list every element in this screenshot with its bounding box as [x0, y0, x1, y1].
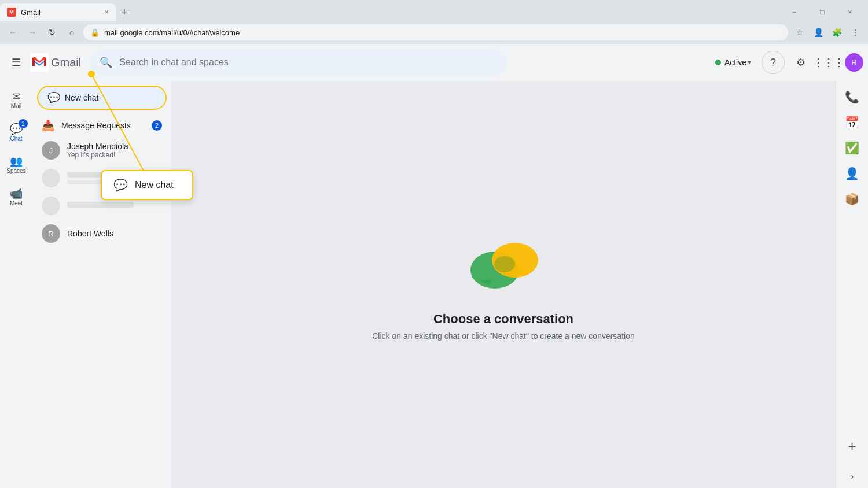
hamburger-menu[interactable]: ☰ — [5, 51, 28, 74]
tooltip-chat-icon: 💬 — [113, 178, 128, 192]
message-requests-item[interactable]: 📥 Message Requests 2 — [32, 114, 171, 136]
tab-bar: M Gmail × + − □ × — [0, 0, 868, 21]
app-header: ☰ Gmail 🔍 Active ▾ ? ⚙ — [0, 44, 868, 81]
minimize-btn[interactable]: − — [781, 3, 808, 21]
new-chat-sidebar-icon: 💬 — [47, 91, 60, 104]
chat-illustration — [463, 228, 544, 298]
contact-avatar-robert: R — [42, 224, 60, 243]
home-btn[interactable]: ⌂ — [64, 24, 80, 40]
apps-btn[interactable]: ⋮⋮⋮ — [817, 51, 840, 74]
mail-icon: ✉ — [12, 90, 21, 103]
contact-info-robert: Robert Wells — [67, 229, 162, 238]
search-icon: 🔍 — [100, 56, 112, 69]
right-sidebar-phone-btn[interactable]: 📞 — [841, 86, 864, 109]
url-text: mail.google.com/mail/u/0/#chat/welcome — [104, 28, 240, 37]
extension-btn[interactable]: 🧩 — [829, 24, 845, 40]
new-tab-btn[interactable]: + — [116, 3, 133, 21]
bookmark-btn[interactable]: ☆ — [792, 24, 808, 40]
empty-state-subtitle: Click on an existing chat or click "New … — [372, 331, 634, 341]
right-sidebar-calendar-btn[interactable]: 📅 — [841, 111, 864, 134]
gmail-logo: Gmail — [30, 53, 81, 72]
nav-item-mail[interactable]: ✉ Mail — [0, 83, 32, 116]
spaces-icon: 👥 — [10, 155, 23, 168]
message-requests-badge: 2 — [152, 120, 162, 131]
reload-btn[interactable]: ↻ — [44, 24, 60, 40]
right-sidebar-contacts-btn[interactable]: 👤 — [841, 162, 864, 185]
new-chat-sidebar-label: New chat — [65, 93, 98, 102]
active-dot — [715, 60, 721, 65]
lock-icon: 🔒 — [90, 28, 100, 37]
contact-name-joseph: Joseph Mendiola — [67, 142, 162, 151]
settings-btn[interactable]: ⚙ — [789, 51, 812, 74]
avatar[interactable]: R — [845, 53, 863, 72]
gmail-logo-text: Gmail — [51, 56, 81, 69]
contact-info-joseph: Joseph Mendiola Yep it's packed! — [67, 142, 162, 159]
right-sidebar-drive-btn[interactable]: 📦 — [841, 187, 864, 210]
close-btn[interactable]: × — [837, 3, 863, 21]
url-bar[interactable]: 🔒 mail.google.com/mail/u/0/#chat/welcome — [83, 24, 788, 40]
right-sidebar-add-btn[interactable]: + — [841, 435, 864, 458]
right-sidebar: 📞 📅 ✅ 👤 📦 + › — [836, 81, 868, 488]
address-bar: ← → ↻ ⌂ 🔒 mail.google.com/mail/u/0/#chat… — [0, 21, 868, 44]
left-nav: ✉ Mail 💬 Chat 2 👥 Spaces 📹 Meet — [0, 81, 32, 488]
message-requests-label: Message Requests — [61, 121, 152, 130]
maximize-btn[interactable]: □ — [809, 3, 836, 21]
contact-status-joseph: Yep it's packed! — [67, 151, 162, 159]
tab-favicon: M — [7, 8, 16, 17]
active-status-btn[interactable]: Active ▾ — [709, 54, 757, 71]
chat-area: Choose a conversation Click on an existi… — [171, 81, 836, 488]
inbox-icon: 📥 — [42, 119, 54, 132]
new-chat-button[interactable]: 💬 New chat — [37, 86, 167, 110]
more-btn[interactable]: ⋮ — [847, 24, 863, 40]
help-btn[interactable]: ? — [762, 51, 785, 74]
nav-item-spaces[interactable]: 👥 Spaces — [0, 148, 32, 180]
tooltip-label: New chat — [135, 180, 174, 190]
empty-state: Choose a conversation Click on an existi… — [372, 228, 634, 341]
nav-item-meet[interactable]: 📹 Meet — [0, 180, 32, 213]
chat-sidebar: 💬 New chat 📥 Message Requests 2 J Joseph… — [32, 81, 171, 488]
search-bar[interactable]: 🔍 — [90, 50, 507, 75]
svg-point-7 — [494, 256, 515, 272]
active-tab: M Gmail × — [0, 3, 116, 21]
contact-item-joseph[interactable]: J Joseph Mendiola Yep it's packed! — [32, 136, 171, 164]
search-input[interactable] — [119, 57, 498, 68]
meet-label: Meet — [10, 200, 23, 206]
active-label: Active — [724, 58, 746, 67]
chat-badge: 2 — [19, 119, 28, 128]
tab-close-btn[interactable]: × — [105, 8, 109, 16]
profile-btn[interactable]: 👤 — [810, 24, 826, 40]
right-sidebar-expand-btn[interactable]: › — [841, 465, 864, 488]
tab-title: Gmail — [21, 8, 100, 17]
contact-name-robert: Robert Wells — [67, 229, 162, 238]
meet-icon: 📹 — [10, 187, 23, 200]
right-sidebar-tasks-btn[interactable]: ✅ — [841, 136, 864, 160]
contact-avatar-joseph: J — [42, 141, 60, 160]
forward-btn[interactable]: → — [24, 24, 41, 40]
contact-item-robert[interactable]: R Robert Wells — [32, 220, 171, 247]
nav-item-chat[interactable]: 💬 Chat 2 — [0, 116, 32, 148]
new-chat-tooltip[interactable]: 💬 New chat — [101, 170, 193, 200]
back-btn[interactable]: ← — [5, 24, 21, 40]
chat-label: Chat — [10, 135, 22, 142]
browser-chrome: M Gmail × + − □ × ← → ↻ ⌂ 🔒 mail.google.… — [0, 0, 868, 44]
spaces-label: Spaces — [6, 168, 25, 174]
empty-state-title: Choose a conversation — [433, 312, 573, 327]
active-chevron-icon: ▾ — [748, 58, 751, 66]
mail-label: Mail — [11, 103, 21, 109]
